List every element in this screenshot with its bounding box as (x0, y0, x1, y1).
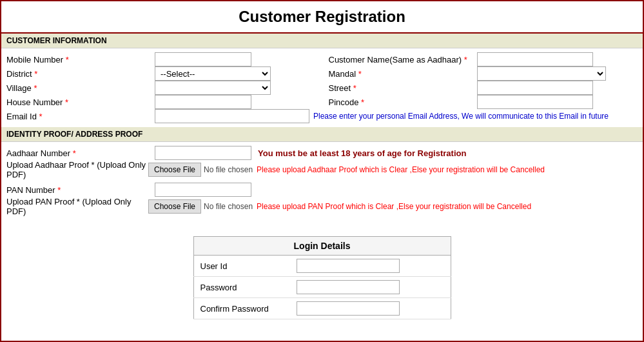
confirm-password-input[interactable] (297, 301, 400, 316)
pan-input[interactable] (155, 183, 251, 197)
mobile-label: Mobile Number * (6, 55, 155, 65)
password-cell (290, 277, 451, 298)
user-id-label: User Id (193, 256, 290, 277)
pincode-label: Pincode * (329, 97, 477, 107)
login-details-header: Login Details (193, 237, 451, 256)
aadhaar-input[interactable] (155, 146, 251, 160)
pincode-input[interactable] (477, 95, 593, 109)
customer-info-header: CUSTOMER INFORMATION (1, 34, 643, 48)
district-col: District * --Select-- (6, 66, 316, 81)
email-hint: Please enter your personal Email Address… (313, 112, 609, 121)
house-col: House Number * (6, 95, 316, 109)
mobile-input[interactable] (155, 52, 251, 66)
customer-name-col: Customer Name(Same as Aadhaar) * (329, 52, 638, 66)
village-label: Village * (6, 83, 155, 93)
table-row: Confirm Password (193, 298, 451, 319)
mobile-col: Mobile Number * (6, 52, 316, 66)
table-row: User Id (193, 256, 451, 277)
row-upload-aadhaar: Upload Aadhaar Proof * (Upload Only PDF)… (6, 160, 638, 179)
district-label: District * (6, 69, 155, 79)
upload-pan-label: Upload PAN Proof * (Upload Only PDF) (6, 197, 148, 216)
aadhaar-no-file: No file chosen (204, 165, 253, 174)
pan-col: PAN Number * (6, 183, 638, 197)
aadhaar-col: Aadhaar Number * You must be at least 18… (6, 146, 638, 160)
house-input[interactable] (155, 95, 251, 109)
customer-info-section: CUSTOMER INFORMATION Mobile Number * Cus… (1, 34, 643, 127)
confirm-password-label: Confirm Password (193, 298, 290, 319)
aadhaar-upload-hint: Please upload Aadhaar Proof which is Cle… (257, 165, 545, 174)
password-label: Password (193, 277, 290, 298)
pan-no-file: No file chosen (204, 202, 253, 211)
login-details-wrapper: Login Details User Id Password C (1, 236, 643, 319)
email-label: Email Id * (6, 112, 155, 121)
mandal-col: Mandal * (329, 66, 638, 81)
page-title: Customer Registration (1, 1, 643, 34)
user-id-cell (290, 256, 451, 277)
aadhaar-warning: You must be at least 18 years of age for… (258, 148, 466, 158)
street-label: Street * (329, 83, 477, 93)
customer-info-form: Mobile Number * Customer Name(Same as Aa… (1, 48, 643, 127)
row-district-mandal: District * --Select-- Mandal * (6, 66, 638, 81)
pincode-col: Pincode * (329, 95, 638, 109)
identity-proof-header: IDENTITY PROOF/ ADDRESS PROOF (1, 127, 643, 142)
row-pan: PAN Number * (6, 183, 638, 197)
row-aadhaar: Aadhaar Number * You must be at least 18… (6, 146, 638, 160)
choose-file-aadhaar-button[interactable]: Choose File (148, 163, 201, 177)
identity-proof-form: Aadhaar Number * You must be at least 18… (1, 142, 643, 223)
row-email: Email Id * Please enter your personal Em… (6, 109, 638, 123)
pan-upload-hint: Please upload PAN Proof which is Clear ,… (257, 202, 531, 211)
street-input[interactable] (477, 81, 593, 95)
email-col: Email Id * Please enter your personal Em… (6, 109, 638, 123)
row-house-pincode: House Number * Pincode * (6, 95, 638, 109)
login-details-table: Login Details User Id Password C (193, 236, 451, 319)
password-input[interactable] (297, 280, 400, 294)
pan-label: PAN Number * (6, 185, 155, 195)
district-select[interactable]: --Select-- (155, 66, 271, 81)
customer-name-label: Customer Name(Same as Aadhaar) * (329, 55, 477, 65)
village-select[interactable] (155, 81, 271, 95)
street-col: Street * (329, 81, 638, 95)
choose-file-pan-button[interactable]: Choose File (148, 199, 201, 214)
aadhaar-label: Aadhaar Number * (6, 148, 155, 158)
house-label: House Number * (6, 97, 155, 107)
customer-name-input[interactable] (477, 52, 593, 66)
confirm-password-cell (290, 298, 451, 319)
village-col: Village * (6, 81, 316, 95)
mandal-select[interactable] (477, 66, 606, 81)
page-wrapper: Customer Registration CUSTOMER INFORMATI… (0, 0, 644, 342)
mandal-label: Mandal * (329, 69, 477, 79)
table-row: Password (193, 277, 451, 298)
email-input[interactable] (155, 109, 309, 123)
row-village-street: Village * Street * (6, 81, 638, 95)
upload-aadhaar-label: Upload Aadhaar Proof * (Upload Only PDF) (6, 160, 148, 179)
identity-proof-section: IDENTITY PROOF/ ADDRESS PROOF Aadhaar Nu… (1, 127, 643, 223)
row-mobile-customer: Mobile Number * Customer Name(Same as Aa… (6, 52, 638, 66)
user-id-input[interactable] (297, 259, 400, 273)
row-upload-pan: Upload PAN Proof * (Upload Only PDF) Cho… (6, 197, 638, 216)
